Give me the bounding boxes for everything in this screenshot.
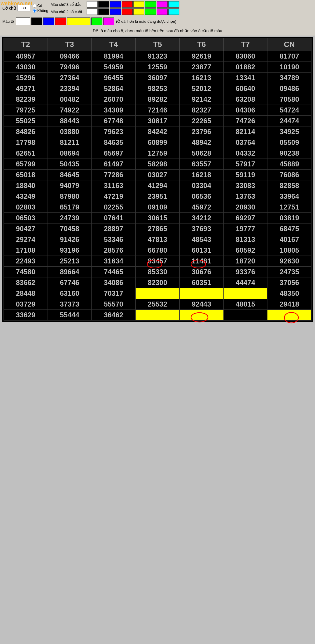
table-cell[interactable]: 82300: [136, 277, 180, 288]
table-cell[interactable]: 37693: [179, 224, 223, 234]
mau-to-magenta[interactable]: [103, 17, 114, 25]
table-cell[interactable]: 79496: [48, 62, 92, 73]
table-cell[interactable]: 82239: [4, 94, 48, 105]
table-cell[interactable]: 89664: [48, 267, 92, 277]
table-cell[interactable]: 65697: [92, 148, 136, 159]
table-cell[interactable]: 07641: [92, 213, 136, 224]
table-cell[interactable]: 48350: [267, 288, 312, 299]
table-cell[interactable]: 62651: [4, 148, 48, 159]
table-cell[interactable]: 01882: [223, 62, 267, 73]
table-cell[interactable]: 64368: [179, 288, 223, 299]
table-cell[interactable]: 52012: [179, 83, 223, 94]
table-cell[interactable]: 45972: [179, 202, 223, 213]
table-cell[interactable]: 67746: [48, 277, 92, 288]
table-cell[interactable]: 93376: [223, 267, 267, 277]
table-cell[interactable]: 48543: [179, 234, 223, 245]
table-cell[interactable]: 89282: [136, 94, 180, 105]
table-cell[interactable]: 63208: [223, 94, 267, 105]
color-red-3[interactable]: [122, 1, 133, 8]
table-cell[interactable]: 81313: [223, 234, 267, 245]
mau-to-black[interactable]: [31, 17, 42, 25]
table-cell[interactable]: 52864: [92, 83, 136, 94]
table-cell[interactable]: 74465: [92, 267, 136, 277]
table-cell[interactable]: 74922: [48, 105, 92, 116]
radio-co[interactable]: [33, 4, 36, 8]
table-cell[interactable]: 30817: [136, 116, 180, 126]
table-cell[interactable]: 82114: [223, 126, 267, 137]
color-cyan-3[interactable]: [168, 1, 179, 8]
table-cell[interactable]: 31634: [92, 256, 136, 267]
table-cell[interactable]: 90427: [4, 224, 48, 234]
table-cell[interactable]: 19777: [223, 224, 267, 234]
table-cell[interactable]: 05509: [267, 137, 312, 148]
table-cell[interactable]: 03819: [267, 213, 312, 224]
table-cell[interactable]: 22493: [4, 256, 48, 267]
table-cell[interactable]: 06503: [4, 213, 48, 224]
table-cell[interactable]: 15296: [4, 73, 48, 83]
table-cell[interactable]: 00482: [48, 94, 92, 105]
table-cell[interactable]: 92443: [179, 299, 223, 310]
table-cell[interactable]: 20930: [223, 202, 267, 213]
table-cell[interactable]: 60640: [223, 83, 267, 94]
table-cell[interactable]: 57917: [223, 159, 267, 170]
table-cell[interactable]: 66780: [136, 245, 180, 256]
table-cell[interactable]: 79623: [92, 126, 136, 137]
table-cell[interactable]: 22265: [179, 116, 223, 126]
table-cell[interactable]: 28897: [92, 224, 136, 234]
table-cell[interactable]: 37056: [267, 277, 312, 288]
table-cell[interactable]: 76086: [267, 170, 312, 180]
table-cell[interactable]: 04306: [223, 105, 267, 116]
table-cell[interactable]: 82858: [267, 180, 312, 191]
color-white-3[interactable]: [87, 1, 98, 8]
table-cell[interactable]: 13763: [223, 191, 267, 202]
table-cell[interactable]: 24735: [267, 267, 312, 277]
table-cell[interactable]: 60131: [179, 245, 223, 256]
table-cell[interactable]: 24739: [48, 213, 92, 224]
table-cell[interactable]: 65799: [4, 159, 48, 170]
table-cell[interactable]: 98253: [136, 83, 180, 94]
table-cell[interactable]: 60592: [223, 245, 267, 256]
table-cell[interactable]: 08694: [48, 148, 92, 159]
table-cell[interactable]: 27364: [48, 73, 92, 83]
table-cell[interactable]: 13341: [223, 73, 267, 83]
table-cell[interactable]: 33964: [267, 191, 312, 202]
color-yellow-3[interactable]: [133, 1, 144, 8]
color-magenta-3[interactable]: [157, 1, 168, 8]
mau-to-red[interactable]: [55, 17, 66, 25]
table-cell[interactable]: 02803: [4, 202, 48, 213]
table-cell[interactable]: 55025: [4, 116, 48, 126]
table-cell[interactable]: 54959: [92, 62, 136, 73]
table-cell[interactable]: 44474: [223, 277, 267, 288]
table-cell[interactable]: 92142: [179, 94, 223, 105]
table-cell[interactable]: 28448: [4, 288, 48, 299]
color-blue-3[interactable]: [110, 1, 121, 8]
radio-khong[interactable]: [33, 9, 36, 13]
table-cell[interactable]: 36462: [92, 310, 136, 321]
table-cell[interactable]: 03304: [179, 180, 223, 191]
table-cell[interactable]: 25532: [136, 299, 180, 310]
table-cell[interactable]: 29274: [4, 234, 48, 245]
table-cell[interactable]: 34212: [179, 213, 223, 224]
table-cell[interactable]: 81707: [267, 51, 312, 62]
table-cell[interactable]: 84635: [92, 137, 136, 148]
table-cell[interactable]: 40957: [4, 51, 48, 62]
table-cell[interactable]: 18840: [4, 180, 48, 191]
table-cell[interactable]: 82327: [179, 105, 223, 116]
table-cell[interactable]: 23796: [179, 126, 223, 137]
table-cell[interactable]: 06536: [179, 191, 223, 202]
table-cell[interactable]: 23877: [179, 62, 223, 73]
table-cell[interactable]: 84826: [4, 126, 48, 137]
table-cell[interactable]: 40167: [267, 234, 312, 245]
color-blue-2[interactable]: [110, 8, 121, 15]
color-lime-2[interactable]: [145, 8, 156, 15]
color-white-2[interactable]: [87, 8, 98, 15]
table-cell[interactable]: 34086: [92, 277, 136, 288]
table-cell[interactable]: 59119: [223, 170, 267, 180]
table-cell[interactable]: 03729: [4, 299, 48, 310]
table-cell[interactable]: 53346: [92, 234, 136, 245]
table-cell[interactable]: 70580: [267, 94, 312, 105]
color-yellow-2[interactable]: [133, 8, 144, 15]
table-cell[interactable]: 33629: [4, 310, 48, 321]
table-cell[interactable]: 34789: [267, 73, 312, 83]
table-cell[interactable]: 23844: [179, 310, 223, 321]
